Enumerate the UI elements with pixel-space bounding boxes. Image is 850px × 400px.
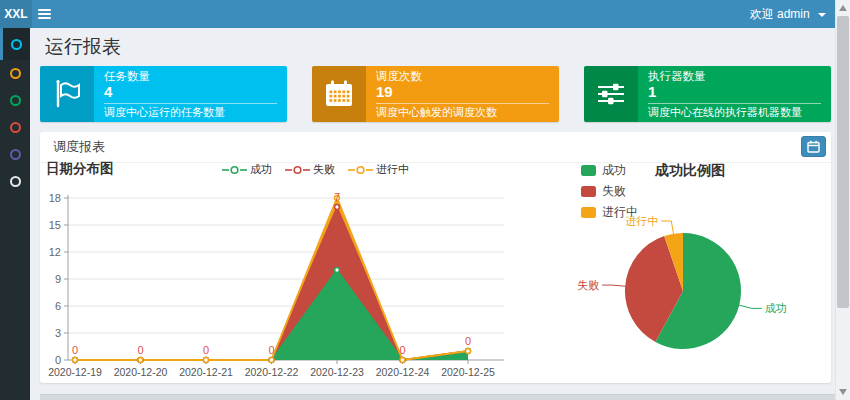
svg-text:0: 0 (268, 344, 274, 356)
legend-label: 成功 (250, 162, 272, 177)
info-card-value: 4 (104, 83, 277, 100)
sidebar-item-3[interactable] (0, 87, 30, 114)
svg-text:0: 0 (72, 344, 78, 356)
info-cards: 任务数量4调度中心运行的任务数量 调度次数19调度中心触发的调度次数 执行器数量… (40, 66, 831, 122)
svg-text:18: 18 (49, 192, 61, 204)
info-card-body: 任务数量4调度中心运行的任务数量 (94, 66, 287, 122)
app-logo[interactable]: XXL (0, 0, 32, 28)
flag-icon (40, 66, 94, 122)
circle-outline-icon (10, 122, 21, 133)
hamburger-icon (38, 9, 51, 11)
circle-outline-icon (10, 176, 21, 187)
divider (376, 103, 549, 104)
svg-text:0: 0 (55, 354, 61, 366)
report-panel: 调度报表 日期分布图 成功 失败 进行中 036912151 (40, 132, 831, 383)
divider (648, 103, 821, 104)
info-card-value: 19 (376, 83, 549, 100)
info-card-value: 1 (648, 83, 821, 100)
circle-outline-icon (10, 95, 21, 106)
date-range-button[interactable] (801, 136, 826, 157)
pie-legend-item-1[interactable]: 成功 (581, 160, 638, 181)
svg-text:进行中: 进行中 (625, 215, 658, 227)
line-legend-item-1[interactable]: 成功 (222, 162, 272, 177)
svg-text:6: 6 (55, 300, 61, 312)
line-chart-title: 日期分布图 (46, 160, 114, 178)
caret-down-icon (818, 13, 826, 17)
svg-text:0: 0 (465, 335, 471, 347)
info-card-body: 调度次数19调度中心触发的调度次数 (366, 66, 559, 122)
svg-text:2020-12-23: 2020-12-23 (310, 366, 364, 378)
circle-outline-icon (10, 68, 21, 79)
legend-line-marker-icon (348, 165, 373, 175)
next-panel-edge (40, 394, 836, 400)
user-menu[interactable]: 欢迎 admin (750, 0, 826, 28)
svg-text:2020-12-21: 2020-12-21 (179, 366, 233, 378)
svg-text:12: 12 (49, 246, 61, 258)
line-legend-item-2[interactable]: 失败 (285, 162, 335, 177)
circle-outline-icon (11, 39, 22, 50)
legend-label: 进行中 (376, 162, 409, 177)
svg-text:2020-12-24: 2020-12-24 (376, 366, 430, 378)
svg-text:0: 0 (399, 344, 405, 356)
sidebar (0, 28, 30, 400)
circle-outline-icon (10, 149, 21, 160)
info-card-body: 执行器数量1调度中心在线的执行器机器数量 (638, 66, 831, 122)
info-card-label: 执行器数量 (648, 70, 821, 83)
info-card-label: 调度次数 (376, 70, 549, 83)
svg-text:0: 0 (203, 344, 209, 356)
line-legend-item-3[interactable]: 进行中 (348, 162, 409, 177)
pie-chart-title: 成功比例图 (655, 162, 725, 180)
svg-text:2020-12-20: 2020-12-20 (114, 366, 168, 378)
sliders-icon (584, 66, 638, 122)
info-card-2: 调度次数19调度中心触发的调度次数 (312, 66, 559, 122)
svg-text:2020-12-25: 2020-12-25 (441, 366, 495, 378)
sidebar-item-4[interactable] (0, 114, 30, 141)
svg-text:9: 9 (55, 273, 61, 285)
pie-chart-svg: 成功失败进行中 (560, 188, 831, 380)
calendar-icon (807, 140, 820, 153)
calendar-icon (312, 66, 366, 122)
svg-text:7: 7 (334, 191, 340, 203)
vertical-scrollbar[interactable] (835, 0, 850, 400)
legend-swatch-icon (581, 165, 596, 176)
scroll-down-arrow[interactable] (839, 389, 847, 395)
sidebar-item-2[interactable] (0, 60, 30, 87)
svg-text:15: 15 (49, 219, 61, 231)
info-card-desc: 调度中心在线的执行器机器数量 (648, 106, 821, 119)
line-chart-svg: 03691215182020-12-192020-12-202020-12-21… (40, 185, 510, 381)
panel-title: 调度报表 (53, 132, 105, 162)
scroll-up-arrow[interactable] (839, 5, 847, 11)
svg-text:3: 3 (55, 327, 61, 339)
info-card-label: 任务数量 (104, 70, 277, 83)
line-chart-legend: 成功 失败 进行中 (222, 162, 409, 177)
legend-line-marker-icon (285, 165, 310, 175)
scrollbar-thumb[interactable] (837, 16, 849, 308)
svg-text:2020-12-22: 2020-12-22 (245, 366, 299, 378)
legend-label: 成功 (602, 162, 626, 179)
panel-header: 调度报表 (40, 132, 831, 163)
svg-text:成功: 成功 (765, 302, 787, 314)
legend-line-marker-icon (222, 165, 247, 175)
info-card-desc: 调度中心运行的任务数量 (104, 106, 277, 119)
welcome-text: 欢迎 admin (750, 7, 810, 21)
sidebar-item-5[interactable] (0, 141, 30, 168)
svg-text:失败: 失败 (577, 279, 599, 291)
sidebar-toggle-button[interactable] (38, 7, 52, 21)
sidebar-item-1[interactable] (0, 28, 30, 60)
top-navbar: XXL 欢迎 admin (0, 0, 836, 28)
page-title: 运行报表 (45, 34, 121, 60)
legend-label: 失败 (313, 162, 335, 177)
svg-text:2020-12-19: 2020-12-19 (48, 366, 102, 378)
info-card-1: 任务数量4调度中心运行的任务数量 (40, 66, 287, 122)
info-card-3: 执行器数量1调度中心在线的执行器机器数量 (584, 66, 831, 122)
info-card-desc: 调度中心触发的调度次数 (376, 106, 549, 119)
app-window: XXL 欢迎 admin 运行报表 任务数量4调度中心运行的任务数量 调度次数1… (0, 0, 850, 400)
divider (104, 103, 277, 104)
sidebar-item-6[interactable] (0, 168, 30, 195)
svg-text:0: 0 (137, 344, 143, 356)
